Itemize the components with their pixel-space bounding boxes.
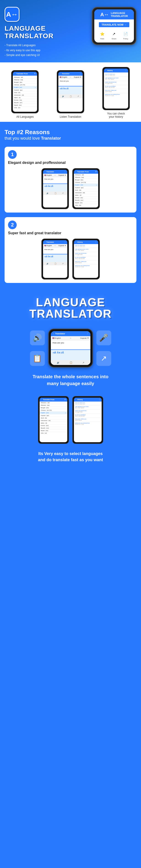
phone-label-2: Listen Translation: [60, 115, 81, 118]
reason-block-2: 2 Super fast and great translator ← Tran…: [5, 217, 136, 283]
reason-2-number: 2: [8, 221, 17, 229]
reason-1-number: 1: [8, 150, 17, 159]
feature-2: - Its very easy to use this app: [5, 48, 54, 53]
translate-now-btn[interactable]: TRANSLATE NOW →: [98, 22, 130, 28]
hero-logo: A↔: [5, 7, 20, 22]
phone-header-title: LANGUAGE TRANSLATOR: [111, 12, 128, 18]
phone-col-3: ← History ⋮ nice to meet you nice to mee…: [100, 67, 132, 118]
phone-bottom-icons: ⭐ Rate ↗ Share 📄 Policy: [94, 30, 134, 42]
mini-phone-1: ← Translate From ✕ Afrikaans - [af] Alba…: [11, 70, 39, 113]
feature-1: - Translate All Languages: [5, 43, 54, 48]
bottom-description: Its Very easy to select languages and do…: [5, 448, 136, 465]
phone-col-2: ← Translator ⋮ 🇬🇧 English ↔ Gujarati ▼ H…: [55, 70, 86, 118]
features-icons-left: 🔊 📋: [30, 331, 45, 366]
microphone-icon-box[interactable]: 🎤: [96, 331, 111, 345]
policy-icon[interactable]: 📄 Policy: [123, 32, 128, 40]
reason-1-title: Elegant design and proffessional: [8, 161, 133, 165]
phone-col-1: ← Translate From ✕ Afrikaans - [af] Alba…: [9, 70, 41, 118]
big-title-section: LANGUAGE TRANSLATOR: [0, 292, 141, 324]
mini-screen-3: ← History ⋮ nice to meet you nice to mee…: [104, 68, 128, 108]
mini-phone-2: ← Translator ⋮ 🇬🇧 English ↔ Gujarati ▼ H…: [57, 70, 84, 113]
bottom-section: ← Translate From ✕ Afrikaans - [af] Alba…: [0, 392, 141, 470]
rate-icon[interactable]: ⭐ Rate: [100, 32, 105, 40]
big-title-line1: LANGUAGE: [5, 297, 136, 308]
share-icon-box[interactable]: ↗: [96, 351, 111, 366]
mini-screen-2: ← Translator ⋮ 🇬🇧 English ↔ Gujarati ▼ H…: [58, 72, 83, 112]
logo-icon: A↔: [6, 10, 18, 18]
hero-title: LANGUAGE TRANSLATOR: [5, 25, 54, 39]
big-phone-screen: ← Translator ⋮ 🇬🇧 English ↔ Gujarati ▼ H…: [51, 331, 90, 365]
features-section: 🔊 📋 ← Translator ⋮ 🇬🇧 English ↔ Gujarati…: [0, 324, 141, 392]
hero-section: A↔ LANGUAGE TRANSLATOR - Translate All L…: [0, 0, 141, 62]
reasons-section: Top #2 Reasons that you would love Trans…: [0, 122, 141, 292]
bottom-two-phones: ← Translate From ✕ Afrikaans - [af] Alba…: [5, 396, 136, 444]
reason-1-phones: ← Translator ⋮ 🇬🇧 English ↔ Gujarati ▼ H…: [8, 168, 133, 209]
big-phone: ← Translator ⋮ 🇬🇧 English ↔ Gujarati ▼ H…: [48, 329, 93, 368]
phone-header-icon: A↔: [100, 12, 109, 18]
clipboard-icon-box[interactable]: 📋: [30, 351, 45, 366]
reasons-intro: Top #2 Reasons: [5, 129, 136, 136]
reason-2-phones: ← Translator ⋮ 🇬🇧 English ↔ Gujarati ▼ H…: [8, 239, 133, 280]
phone-outer: A↔ LANGUAGE TRANSLATOR TRANSLATE NOW → ⭐…: [92, 7, 136, 45]
hero-phone: A↔ LANGUAGE TRANSLATOR TRANSLATE NOW → ⭐…: [92, 7, 136, 45]
reason-block-1: 1 Elegant design and proffessional ← Tra…: [5, 147, 136, 213]
mini-screen-1: ← Translate From ✕ Afrikaans - [af] Alba…: [13, 72, 37, 112]
phone-header: A↔ LANGUAGE TRANSLATOR: [94, 9, 134, 20]
reasons-subtitle: that you would love Translator: [5, 136, 136, 141]
features-icons-right: 🎤 ↗: [96, 331, 111, 366]
mini-phone-3: ← History ⋮ nice to meet you nice to mee…: [102, 67, 130, 110]
phone-screen: A↔ LANGUAGE TRANSLATOR TRANSLATE NOW → ⭐…: [94, 9, 134, 42]
three-phones-section: ← Translate From ✕ Afrikaans - [af] Alba…: [0, 62, 141, 122]
big-title-line2: TRANSLATOR: [5, 308, 136, 319]
features-description: Translate the whole sentences into many …: [30, 373, 111, 387]
feature-3: - Simple and eye catching UI: [5, 53, 54, 58]
phone-label-3: You can check your history: [107, 112, 125, 118]
phone-label-1: All Languages: [16, 115, 34, 118]
speaker-icon-box[interactable]: 🔊: [30, 331, 45, 345]
hero-features-list: - Translate All Languages - Its very eas…: [5, 43, 54, 58]
share-icon[interactable]: ↗ Share: [111, 32, 116, 40]
hero-left: A↔ LANGUAGE TRANSLATOR - Translate All L…: [5, 7, 54, 58]
reasons-header: Top #2 Reasons that you would love Trans…: [5, 129, 136, 141]
reason-2-title: Super fast and great translator: [8, 231, 133, 235]
